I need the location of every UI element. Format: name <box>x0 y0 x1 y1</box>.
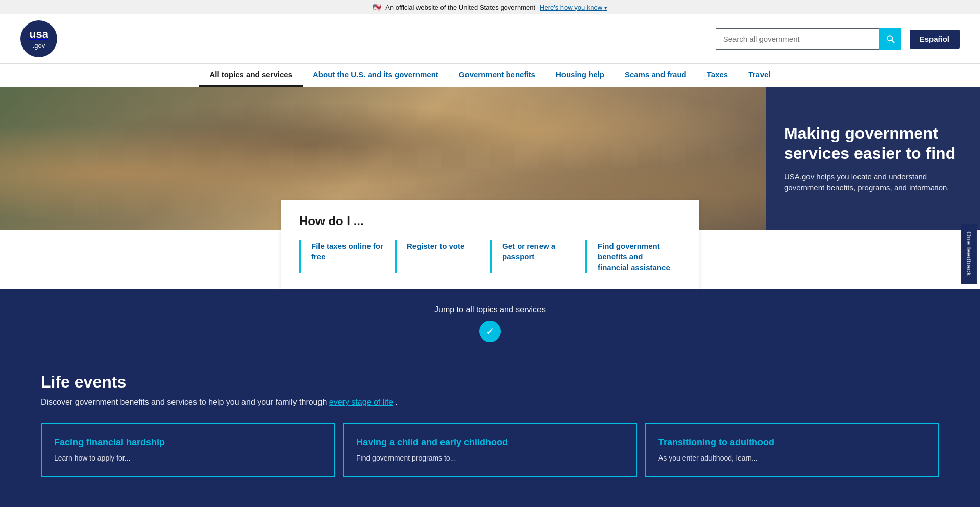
espanol-button[interactable]: Español <box>910 30 960 49</box>
life-event-card-adulthood[interactable]: Transitioning to adulthood As you enter … <box>645 423 939 477</box>
how-do-i-section: How do I ... File taxes online for free … <box>281 200 699 289</box>
logo-circle: usa .gov <box>20 20 57 57</box>
life-events-heading: Life events <box>41 373 939 392</box>
nav-item-housing[interactable]: Housing help <box>546 64 615 87</box>
how-do-i-heading: How do I ... <box>299 214 681 228</box>
jump-down-button[interactable]: ✓ <box>479 321 501 342</box>
site-header: usa .gov Español <box>0 14 980 64</box>
us-flag-icon: 🇺🇸 <box>373 3 381 11</box>
life-event-card-child-title: Having a child and early childhood <box>356 437 624 448</box>
site-logo[interactable]: usa .gov <box>20 20 57 57</box>
life-event-card-financial-desc: Learn how to apply for... <box>54 453 322 464</box>
life-event-card-adulthood-title: Transitioning to adulthood <box>658 437 926 448</box>
search-input[interactable] <box>716 28 879 50</box>
dropdown-arrow-icon: ▾ <box>604 5 607 11</box>
life-event-card-financial-title: Facing financial hardship <box>54 437 322 448</box>
how-item-passport[interactable]: Get or renew a passport <box>490 240 585 273</box>
nav-item-travel[interactable]: Travel <box>738 64 780 87</box>
life-events-subtitle: Discover government benefits and service… <box>41 398 939 407</box>
heres-how-you-know-link[interactable]: Here's how you know ▾ <box>540 4 607 11</box>
how-do-i-items: File taxes online for free Register to v… <box>299 240 681 273</box>
nav-item-gov-benefits[interactable]: Government benefits <box>449 64 546 87</box>
main-navigation: All topics and services About the U.S. a… <box>0 64 980 87</box>
life-event-card-adulthood-desc: As you enter adulthood, learn... <box>658 453 926 464</box>
life-event-cards: Facing financial hardship Learn how to a… <box>41 423 939 477</box>
hero-title: Making government services easier to fin… <box>784 124 962 163</box>
life-event-card-child-desc: Find government programs to... <box>356 453 624 464</box>
header-right: Español <box>716 28 960 50</box>
every-stage-link[interactable]: every stage of life <box>329 398 393 406</box>
hero-description: USA.gov helps you locate and understand … <box>784 171 962 194</box>
search-icon <box>885 34 895 44</box>
nav-item-scams[interactable]: Scams and fraud <box>615 64 697 87</box>
how-item-vote[interactable]: Register to vote <box>395 240 490 273</box>
jump-to-topics-link[interactable]: Jump to all topics and services <box>434 305 546 314</box>
how-item-benefits[interactable]: Find government benefits and financial a… <box>585 240 681 273</box>
search-button[interactable] <box>879 28 901 50</box>
life-event-card-child[interactable]: Having a child and early childhood Find … <box>343 423 637 477</box>
nav-item-taxes[interactable]: Taxes <box>697 64 738 87</box>
hero-overlay: Making government services easier to fin… <box>766 87 980 230</box>
nav-item-about-us[interactable]: About the U.S. and its government <box>303 64 449 87</box>
feedback-tab[interactable]: One feedback <box>961 223 977 284</box>
logo-usa-text: usa <box>29 29 48 40</box>
banner-text: An official website of the United States… <box>385 4 535 11</box>
chevron-down-icon: ✓ <box>486 325 495 337</box>
nav-item-all-topics[interactable]: All topics and services <box>199 64 303 87</box>
logo-gov-text: .gov <box>33 41 45 49</box>
life-events-section: Life events Discover government benefits… <box>0 352 980 507</box>
gov-banner: 🇺🇸 An official website of the United Sta… <box>0 0 980 14</box>
life-event-card-financial[interactable]: Facing financial hardship Learn how to a… <box>41 423 335 477</box>
how-item-taxes[interactable]: File taxes online for free <box>299 240 395 273</box>
search-form <box>716 28 901 50</box>
jump-section: Jump to all topics and services ✓ <box>0 289 980 352</box>
